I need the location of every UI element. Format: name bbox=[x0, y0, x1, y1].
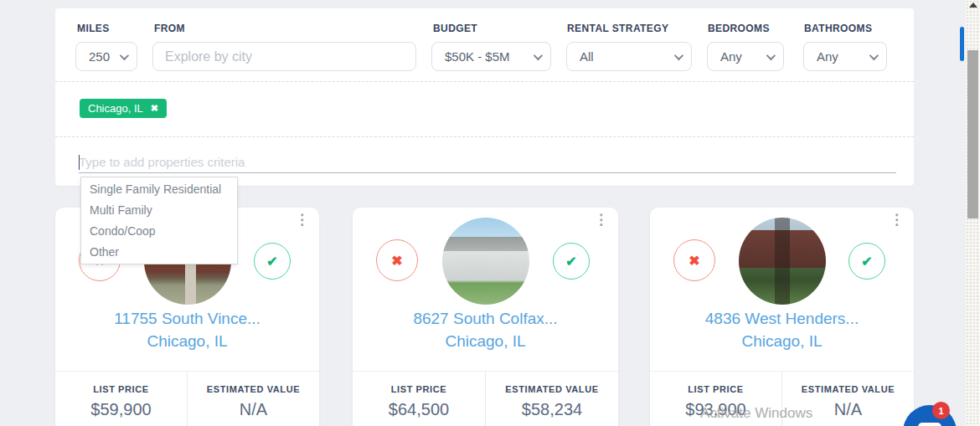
criteria-input[interactable] bbox=[79, 151, 896, 173]
text-caret bbox=[79, 155, 80, 170]
filter-panel: MILES 250 FROM BUDGET $50K - $5M RENTAL … bbox=[55, 8, 914, 186]
activate-windows-watermark: Activate Windows bbox=[700, 405, 812, 422]
scrollbar-track[interactable] bbox=[966, 0, 980, 426]
list-price-label: LIST PRICE bbox=[650, 384, 781, 394]
miles-label: MILES bbox=[77, 23, 110, 34]
kebab-menu-icon[interactable]: ⋮ bbox=[594, 213, 608, 228]
bathrooms-label: BATHROOMS bbox=[804, 23, 872, 34]
location-tag-label: Chicago, IL bbox=[88, 102, 143, 115]
rental-strategy-value: All bbox=[580, 49, 594, 64]
chat-notification-badge: 1 bbox=[932, 402, 950, 419]
budget-select[interactable]: $50K - $5M bbox=[431, 42, 551, 71]
bathrooms-value: Any bbox=[817, 49, 838, 64]
list-price-column: LIST PRICE $59,900 bbox=[55, 372, 188, 426]
chevron-down-icon bbox=[674, 50, 683, 59]
divider bbox=[55, 136, 914, 137]
miles-select[interactable]: 250 bbox=[75, 42, 137, 71]
dropdown-option-other[interactable]: Other bbox=[81, 242, 237, 263]
estimated-value-column: ESTIMATED VALUE N/A bbox=[188, 372, 319, 426]
property-address-link[interactable]: 11755 South Vince... bbox=[55, 310, 319, 328]
budget-value: $50K - $5M bbox=[445, 49, 510, 64]
city-search-input[interactable] bbox=[152, 42, 416, 71]
scrollbar-thumb[interactable] bbox=[967, 50, 978, 218]
dropdown-option-multi-family[interactable]: Multi Family bbox=[81, 200, 237, 221]
check-icon: ✔ bbox=[861, 254, 872, 269]
reject-button[interactable]: ✖ bbox=[376, 239, 418, 281]
budget-label: BUDGET bbox=[433, 23, 477, 34]
chevron-down-icon bbox=[120, 50, 129, 59]
kebab-menu-icon[interactable]: ⋮ bbox=[890, 213, 904, 228]
check-icon: ✔ bbox=[565, 254, 576, 269]
inner-scrollbar-thumb[interactable] bbox=[960, 27, 964, 61]
property-city-link[interactable]: Chicago, IL bbox=[55, 332, 319, 351]
list-price-column: LIST PRICE $64,500 bbox=[353, 372, 486, 426]
list-price-value: $59,900 bbox=[55, 400, 187, 419]
divider bbox=[55, 81, 914, 82]
bedrooms-select[interactable]: Any bbox=[707, 42, 784, 71]
x-icon: ✖ bbox=[689, 253, 699, 269]
check-icon: ✔ bbox=[266, 254, 277, 269]
accept-button[interactable]: ✔ bbox=[553, 243, 590, 280]
bedrooms-value: Any bbox=[720, 49, 742, 64]
dropdown-option-single-family[interactable]: Single Family Residential bbox=[81, 179, 237, 200]
location-tag-chicago[interactable]: Chicago, IL ✖ bbox=[80, 99, 167, 118]
list-price-value: $64,500 bbox=[353, 400, 485, 419]
estimated-value-value: $58,234 bbox=[486, 400, 618, 419]
estimated-value-label: ESTIMATED VALUE bbox=[782, 384, 914, 394]
criteria-dropdown: Single Family Residential Multi Family C… bbox=[80, 177, 238, 264]
estimated-value-column: ESTIMATED VALUE $58,234 bbox=[486, 372, 618, 426]
chat-icon bbox=[918, 423, 941, 426]
price-section: LIST PRICE $59,900 ESTIMATED VALUE N/A bbox=[55, 371, 319, 426]
property-address-link[interactable]: 8627 South Colfax... bbox=[353, 310, 618, 328]
kebab-menu-icon[interactable]: ⋮ bbox=[295, 213, 309, 228]
property-photo[interactable] bbox=[739, 218, 826, 305]
estimated-value-label: ESTIMATED VALUE bbox=[188, 384, 319, 394]
rental-strategy-label: RENTAL STRATEGY bbox=[567, 23, 668, 34]
price-section: LIST PRICE $64,500 ESTIMATED VALUE $58,2… bbox=[353, 371, 618, 426]
accept-button[interactable]: ✔ bbox=[848, 243, 885, 280]
list-price-label: LIST PRICE bbox=[353, 384, 485, 394]
property-card: ⋮ ✖ ✔ 4836 West Henders... Chicago, IL L… bbox=[650, 208, 914, 426]
dropdown-option-condo-coop[interactable]: Condo/Coop bbox=[81, 221, 237, 242]
accept-button[interactable]: ✔ bbox=[254, 243, 291, 280]
chevron-down-icon bbox=[766, 50, 776, 59]
x-icon: ✖ bbox=[391, 253, 402, 269]
estimated-value-label: ESTIMATED VALUE bbox=[486, 384, 618, 394]
chevron-down-icon bbox=[869, 50, 879, 59]
bathrooms-select[interactable]: Any bbox=[803, 42, 887, 71]
from-label: FROM bbox=[154, 23, 185, 34]
screen: MILES 250 FROM BUDGET $50K - $5M RENTAL … bbox=[0, 0, 980, 426]
miles-value: 250 bbox=[89, 49, 110, 64]
property-photo[interactable] bbox=[442, 218, 529, 305]
property-card: ⋮ ✖ ✔ 8627 South Colfax... Chicago, IL L… bbox=[353, 208, 618, 426]
list-price-label: LIST PRICE bbox=[55, 384, 187, 394]
close-icon[interactable]: ✖ bbox=[151, 104, 158, 113]
chevron-down-icon bbox=[534, 50, 543, 59]
property-address-link[interactable]: 4836 West Henders... bbox=[650, 310, 914, 328]
reject-button[interactable]: ✖ bbox=[673, 239, 715, 281]
bedrooms-label: BEDROOMS bbox=[708, 23, 770, 34]
scroll-up-arrow-icon[interactable] bbox=[969, 3, 977, 8]
property-city-link[interactable]: Chicago, IL bbox=[353, 332, 618, 351]
rental-strategy-select[interactable]: All bbox=[566, 42, 692, 71]
estimated-value-value: N/A bbox=[188, 400, 319, 419]
property-city-link[interactable]: Chicago, IL bbox=[650, 332, 914, 351]
